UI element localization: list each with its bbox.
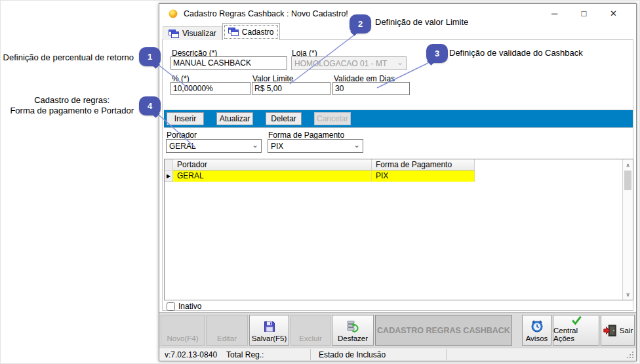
excluir-button: Excluir <box>290 315 330 346</box>
maximize-button[interactable]: □ <box>569 4 599 23</box>
desfazer-button[interactable]: Desfazer <box>332 315 374 346</box>
total-reg-text: Total Reg.: <box>226 350 264 359</box>
novo-button: Novo(F4) <box>161 315 205 346</box>
floppy-disk-icon <box>263 320 276 333</box>
deletar-button[interactable]: Deletar <box>266 112 302 125</box>
callout-note-4-line1: Cadastro de regras: <box>10 95 134 106</box>
status-divider <box>446 349 447 360</box>
portador-value: GERAL <box>169 142 196 151</box>
cadastro-tab-page: Descrição (*) Loja (*) HOMOLOGACAO 01 - … <box>162 39 633 311</box>
cancelar-button: Cancelar <box>314 112 351 125</box>
grid-toolbar: Inserir Atualizar Deletar Cancelar <box>164 110 633 128</box>
portador-combobox[interactable]: GERAL ⌄ <box>166 139 262 153</box>
callout-badge-1: 1 <box>139 47 161 66</box>
green-check-icon <box>569 315 584 325</box>
loja-combobox: HOMOLOGACAO 01 - MT ⌄ <box>291 56 407 70</box>
inativo-label: Inativo <box>178 302 201 311</box>
grid-scrollbar[interactable]: ∧ ∨ <box>622 159 633 300</box>
table-row[interactable]: ▶ GERAL PIX <box>165 171 633 182</box>
grid-col-portador[interactable]: Portador <box>173 159 372 171</box>
screenshot-canvas: 1 2 3 4 Definição de percentual de retor… <box>0 0 640 364</box>
scroll-thumb[interactable] <box>624 171 631 190</box>
tab-visualizar-label: Visualizar <box>182 29 216 38</box>
tab-cadastro-label: Cadastro <box>242 28 274 37</box>
status-bar: v:7.02.13-0840 Total Reg.: Estado de Inc… <box>159 348 636 361</box>
window-cascade-icon <box>228 28 239 36</box>
valor-limite-input[interactable] <box>252 82 330 95</box>
resize-grip[interactable] <box>627 352 633 358</box>
validade-input[interactable] <box>332 82 410 95</box>
scroll-up-icon[interactable]: ∧ <box>623 160 633 170</box>
scroll-down-icon[interactable]: ∨ <box>623 289 633 299</box>
atualizar-button[interactable]: Atualizar <box>216 112 253 125</box>
sair-label: Sair <box>620 327 633 334</box>
close-button[interactable]: ✕ <box>599 4 628 23</box>
bottom-action-bar: Novo(F4) Editar Salvar(F5) Excluir <box>159 312 636 348</box>
portador-label: Portador <box>167 131 197 140</box>
callout-badge-4: 4 <box>139 96 161 115</box>
minimize-button[interactable]: ─ <box>540 4 569 23</box>
editar-label: Editar <box>217 334 237 342</box>
inativo-checkbox[interactable] <box>167 302 175 311</box>
window-cascade-icon <box>169 30 179 38</box>
avisos-button[interactable]: Avisos <box>522 315 551 346</box>
novo-label: Novo(F4) <box>167 334 199 342</box>
callout-note-4: Cadastro de regras: Forma de pagamento e… <box>10 95 134 116</box>
central-acoes-button[interactable]: Central Ações <box>553 315 599 346</box>
cell-portador: GERAL <box>173 171 372 182</box>
alarm-clock-icon <box>530 319 544 333</box>
cell-forma: PIX <box>372 171 475 182</box>
undo-database-icon <box>346 320 359 333</box>
callout-note-2: Definição de valor Limite <box>375 17 468 27</box>
callout-note-4-line2: Forma de pagamento e Portador <box>10 106 134 116</box>
callout-note-1: Definição de percentual de retorno <box>3 52 134 62</box>
callout-badge-2: 2 <box>350 14 371 33</box>
callout-badge-3: 3 <box>426 44 448 63</box>
inserir-button[interactable]: Inserir <box>167 112 204 125</box>
central-acoes-label: Central Ações <box>553 327 599 342</box>
estado-text: Estado de Inclusão <box>319 350 386 359</box>
chevron-down-icon: ⌄ <box>397 58 403 67</box>
window-title: Cadastro Regras Cashback : Novo Cadastro… <box>184 9 348 18</box>
forma-pagamento-label: Forma de Pagamento <box>268 131 344 140</box>
excluir-label: Excluir <box>299 334 322 342</box>
grid-header-row: Portador Forma de Pagamento <box>165 159 633 171</box>
editar-button: Editar <box>206 315 248 346</box>
sun-app-icon <box>168 9 178 19</box>
version-text: v:7.02.13-0840 <box>165 350 217 359</box>
sair-button[interactable]: Sair <box>601 315 635 346</box>
chevron-down-icon: ⌄ <box>353 140 360 150</box>
salvar-button[interactable]: Salvar(F5) <box>249 315 289 346</box>
forma-pagamento-value: PIX <box>271 142 283 151</box>
avisos-label: Avisos <box>526 334 548 342</box>
callout-note-3: Definição de validade do Cashback <box>449 48 583 58</box>
percentual-input[interactable] <box>170 82 250 95</box>
tab-cadastro[interactable]: Cadastro <box>222 23 280 40</box>
tab-visualizar[interactable]: Visualizar <box>163 26 222 40</box>
row-marker-icon: ▶ <box>165 171 173 182</box>
module-title-panel: CADASTRO REGRAS CASHBACK <box>375 315 512 346</box>
inativo-checkbox-row: Inativo <box>167 302 201 311</box>
rules-grid: Portador Forma de Pagamento ▶ GERAL PIX … <box>164 159 633 300</box>
chevron-down-icon: ⌄ <box>252 140 258 150</box>
exit-door-icon <box>603 324 617 337</box>
row-indicator-header <box>165 159 173 171</box>
window-controls: ─ □ ✕ <box>540 4 628 23</box>
grid-col-forma[interactable]: Forma de Pagamento <box>372 159 475 171</box>
salvar-label: Salvar(F5) <box>252 334 287 342</box>
status-divider <box>310 349 311 360</box>
tab-strip: Visualizar Cadastro <box>163 23 280 40</box>
forma-pagamento-combobox[interactable]: PIX ⌄ <box>268 139 363 153</box>
desfazer-label: Desfazer <box>338 334 368 342</box>
descricao-input[interactable] <box>170 56 287 70</box>
loja-value: HOMOLOGACAO 01 - MT <box>294 59 387 68</box>
